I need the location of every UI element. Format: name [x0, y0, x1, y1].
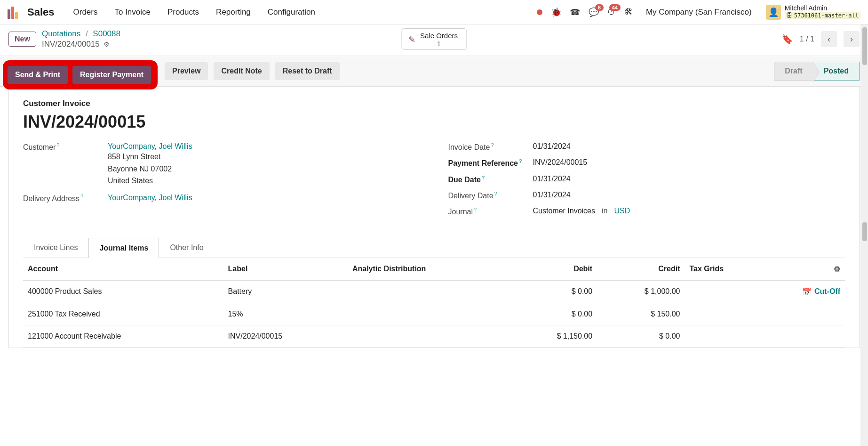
avatar-icon: 👤 — [766, 5, 781, 20]
breadcrumb-root[interactable]: Quotations — [42, 29, 80, 38]
cell-debit: $ 0.00 — [510, 303, 597, 325]
new-button[interactable]: New — [8, 32, 36, 47]
delivery-address-link[interactable]: YourCompany, Joel Willis — [108, 194, 192, 202]
systray: 🐞 ☎ 💬8 ⏱44 🛠 My Company (San Francisco) — [537, 7, 752, 17]
breadcrumb-so[interactable]: S00088 — [93, 29, 120, 38]
reset-draft-button[interactable]: Reset to Draft — [275, 62, 340, 80]
control-panel: New Quotations / S00088 INV/2024/00015 ⚙… — [0, 24, 868, 56]
stat-sale-orders[interactable]: ✎ Sale Orders 1 — [401, 28, 467, 50]
journal-in: in — [602, 207, 607, 215]
nav-reporting[interactable]: Reporting — [209, 5, 257, 20]
top-nav: Sales Orders To Invoice Products Reporti… — [0, 0, 868, 24]
highlight-overlay: Send & Print Register Payment — [3, 60, 158, 89]
cell-debit: $ 0.00 — [510, 280, 597, 303]
cell-label: INV/2024/00015 — [223, 325, 348, 347]
app-logo-icon[interactable] — [8, 6, 21, 19]
table-row[interactable]: 400000 Product SalesBattery$ 0.00$ 1,000… — [23, 280, 845, 303]
help-icon[interactable]: ? — [494, 191, 497, 196]
preview-button[interactable]: Preview — [165, 62, 208, 80]
th-label[interactable]: Label — [223, 258, 348, 281]
customer-address: 858 Lynn Street Bayonne NJ 07002 United … — [108, 151, 192, 187]
credit-note-button[interactable]: Credit Note — [214, 62, 269, 80]
cell-analytic — [348, 280, 510, 303]
due-date-value[interactable]: 01/31/2024 — [533, 175, 571, 183]
invoice-date-value[interactable]: 01/31/2024 — [533, 142, 571, 151]
help-icon[interactable]: ? — [482, 175, 485, 180]
cell-credit: $ 150.00 — [597, 303, 685, 325]
user-name: Mitchell Admin — [785, 5, 860, 12]
breadcrumb-current: INV/2024/00015 — [42, 40, 100, 49]
send-print-button[interactable]: Send & Print — [8, 66, 68, 84]
help-icon[interactable]: ? — [56, 142, 59, 148]
bug-icon[interactable]: 🐞 — [551, 7, 561, 17]
table-row[interactable]: 121000 Account ReceivableINV/2024/00015$… — [23, 325, 845, 347]
payment-reference-value[interactable]: INV/2024/00015 — [533, 158, 588, 167]
cell-account: 121000 Account Receivable — [23, 325, 223, 347]
cell-tax-grids — [685, 303, 770, 325]
label-due-date: Due Date? — [448, 175, 533, 184]
nav-to-invoice[interactable]: To Invoice — [108, 5, 157, 20]
pager[interactable]: 1 / 1 — [800, 35, 814, 43]
chat-badge: 8 — [595, 4, 604, 11]
company-switcher[interactable]: My Company (San Francisco) — [646, 8, 752, 17]
user-db: 🗄57361061-master-all — [785, 12, 860, 19]
register-payment-button[interactable]: Register Payment — [72, 66, 151, 84]
clock-icon[interactable]: ⏱44 — [607, 7, 616, 17]
journal-value[interactable]: Customer Invoices — [533, 207, 596, 215]
tabs: Invoice Lines Journal Items Other Info — [23, 237, 845, 258]
delivery-date-value[interactable]: 01/31/2024 — [533, 191, 571, 199]
user-menu[interactable]: 👤 Mitchell Admin 🗄57361061-master-all — [766, 5, 860, 20]
th-tax-grids[interactable]: Tax Grids — [685, 258, 770, 281]
nav-configuration[interactable]: Configuration — [261, 5, 322, 20]
form-sheet: Customer Invoice INV/2024/00015 Customer… — [8, 87, 860, 348]
th-debit[interactable]: Debit — [510, 258, 597, 281]
help-icon[interactable]: ? — [474, 207, 477, 212]
help-icon[interactable]: ? — [491, 142, 494, 148]
help-icon[interactable]: ? — [80, 194, 83, 199]
cutoff-button[interactable]: 📅Cut-Off — [802, 287, 840, 296]
column-settings-icon[interactable]: ⚙ — [834, 265, 840, 274]
scrollbar[interactable] — [860, 24, 868, 348]
label-journal: Journal? — [448, 207, 533, 216]
tab-other-info[interactable]: Other Info — [159, 237, 214, 258]
next-button[interactable]: › — [844, 31, 860, 47]
customer-link[interactable]: YourCompany, Joel Willis — [108, 142, 192, 151]
nav-products[interactable]: Products — [161, 5, 206, 20]
bookmark-icon[interactable]: 🔖 — [781, 33, 793, 45]
breadcrumb: Quotations / S00088 INV/2024/00015 ⚙ — [42, 29, 120, 49]
tab-invoice-lines[interactable]: Invoice Lines — [23, 237, 88, 258]
label-customer: Customer? — [23, 142, 108, 152]
calendar-icon: 📅 — [802, 287, 812, 296]
journal-items-table: Account Label Analytic Distribution Debi… — [23, 258, 845, 348]
chat-icon[interactable]: 💬8 — [589, 7, 599, 17]
status-posted[interactable]: Posted — [813, 62, 860, 81]
nav-orders[interactable]: Orders — [67, 5, 104, 20]
cell-credit: $ 0.00 — [597, 325, 685, 347]
cell-tax-grids — [685, 325, 770, 347]
label-payment-reference: Payment Reference? — [448, 158, 533, 168]
edit-icon: ✎ — [408, 34, 415, 45]
th-analytic[interactable]: Analytic Distribution — [348, 258, 510, 281]
cell-debit: $ 1,150.00 — [510, 325, 597, 347]
tools-icon[interactable]: 🛠 — [624, 7, 633, 17]
status-draft[interactable]: Draft — [774, 62, 812, 81]
stat-label: Sale Orders — [420, 32, 458, 40]
cell-tax-grids — [685, 280, 770, 303]
cell-credit: $ 1,000.00 — [597, 280, 685, 303]
prev-button[interactable]: ‹ — [821, 31, 837, 47]
th-account[interactable]: Account — [23, 258, 223, 281]
doc-type: Customer Invoice — [23, 99, 845, 108]
currency-value[interactable]: USD — [614, 207, 630, 215]
record-indicator-icon[interactable] — [537, 9, 542, 15]
cell-label: Battery — [223, 280, 348, 303]
help-icon[interactable]: ? — [519, 158, 522, 164]
th-credit[interactable]: Credit — [597, 258, 685, 281]
gear-icon[interactable]: ⚙ — [104, 41, 110, 48]
app-title[interactable]: Sales — [27, 6, 55, 18]
phone-icon[interactable]: ☎ — [570, 7, 580, 17]
cell-account: 251000 Tax Received — [23, 303, 223, 325]
doc-title: INV/2024/00015 — [23, 112, 845, 132]
cell-analytic — [348, 303, 510, 325]
tab-journal-items[interactable]: Journal Items — [88, 238, 159, 258]
table-row[interactable]: 251000 Tax Received15%$ 0.00$ 150.00 — [23, 303, 845, 325]
